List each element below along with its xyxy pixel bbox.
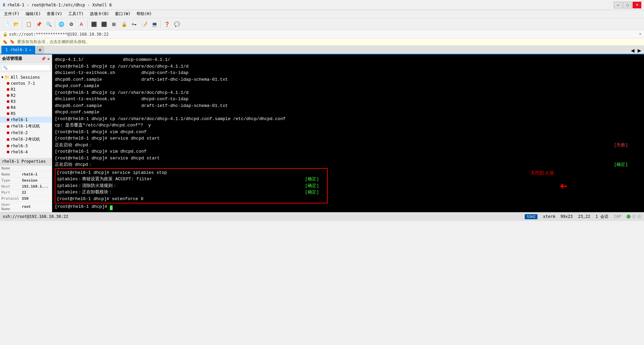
term-line-15: [root@rhel6-1 dhcp]# vim dhcpd.conf bbox=[55, 148, 641, 155]
toolbar: 📄 📂 📋 📌 🔍 🌐 ⚙ A ⬛ ⬛ ⊞ 🔒 🗝 📝 💻 ❓ 💬 bbox=[0, 18, 644, 30]
app-icon: X bbox=[3, 2, 5, 7]
sidebar-search-input[interactable] bbox=[1, 64, 50, 71]
paste-button[interactable]: 📌 bbox=[34, 20, 43, 29]
position-label: 23,22 bbox=[578, 214, 590, 219]
term-line-20: iptables：清除防火墙规则： bbox=[57, 183, 117, 189]
sidebar-item-r5[interactable]: R5 bbox=[0, 111, 52, 117]
stop-button[interactable]: ⬛ bbox=[89, 20, 98, 29]
sidebar-item-r2[interactable]: R2 bbox=[0, 92, 52, 99]
sidebar-item-r3[interactable]: R3 bbox=[0, 99, 52, 105]
menu-help[interactable]: 帮助(H) bbox=[134, 10, 155, 17]
layout-button[interactable]: ⊞ bbox=[109, 20, 119, 29]
sidebar-item-rhel64[interactable]: rhel6-4 bbox=[0, 149, 52, 155]
bookmark-icon: 🔖 bbox=[3, 40, 8, 44]
add-tab-button[interactable]: + bbox=[36, 46, 44, 54]
sidebar-header: 会话管理器 📌 ✕ bbox=[0, 54, 52, 63]
key-button[interactable]: 🗝 bbox=[129, 20, 139, 29]
chat-button[interactable]: 💬 bbox=[172, 20, 182, 29]
status-url: ssh://root@192.168.10.30:22 bbox=[3, 214, 68, 219]
all-sessions-header[interactable]: ▼ 📁 All Sessions bbox=[0, 74, 52, 80]
size-label: 99x23 bbox=[561, 214, 573, 219]
color-button[interactable]: A bbox=[77, 20, 86, 29]
menu-edit[interactable]: 编辑(E) bbox=[23, 10, 44, 17]
address-url: ssh://root:*************@192.168.10.30:2… bbox=[9, 32, 109, 37]
restore-button[interactable]: □ bbox=[623, 2, 632, 8]
sidebar-item-label: rhel6-1 bbox=[11, 117, 28, 122]
prop-row-host: Host 192.168.1... bbox=[0, 183, 52, 189]
properties-button[interactable]: ⚙ bbox=[67, 20, 76, 29]
help-button[interactable]: ❓ bbox=[162, 20, 171, 29]
sidebar-item-label: R4 bbox=[11, 105, 15, 110]
session-status-icon bbox=[7, 118, 9, 121]
prop-value: root bbox=[21, 201, 52, 212]
tab-bar: 1 rhel6-1 ✕ + ◀ ▶ bbox=[0, 46, 644, 54]
menu-tabs[interactable]: 选项卡(B) bbox=[87, 10, 112, 17]
term-fail-1: [失败] bbox=[614, 142, 628, 149]
prop-key: User Name bbox=[0, 201, 21, 212]
sidebar-item-label: rhel6-4 bbox=[11, 150, 28, 154]
connect-button[interactable]: 🌐 bbox=[56, 20, 66, 29]
record-button[interactable]: ⬛ bbox=[99, 20, 109, 29]
indicator-lights bbox=[627, 215, 641, 219]
sidebar-close-button[interactable]: ✕ bbox=[47, 56, 50, 61]
title-bar: X rhel6-1 - root@rhel6-1:/etc/dhcp - Xsh… bbox=[0, 0, 644, 10]
tab-rhel6-1[interactable]: 1 rhel6-1 ✕ bbox=[1, 46, 35, 54]
sidebar-item-rhel62[interactable]: rhel6-2 bbox=[0, 130, 52, 136]
minimize-button[interactable]: ─ bbox=[614, 2, 622, 8]
new-session-button[interactable]: 📄 bbox=[1, 20, 11, 29]
session-status-icon bbox=[7, 88, 9, 91]
sidebar-item-centos71[interactable]: centos 7-1 bbox=[0, 80, 52, 86]
term-line-11: cp: 是否覆盖"/etc/dhcp/dhcpd.conf"? y bbox=[55, 122, 641, 129]
session-status-icon bbox=[7, 145, 9, 147]
script-button[interactable]: 📝 bbox=[139, 20, 149, 29]
terminal[interactable]: dhcp-4.1.1/ dhcp-common-4.1.1/ [root@rhe… bbox=[52, 54, 644, 212]
prop-row-protocol: Protocol SSH bbox=[0, 195, 52, 201]
tip-bar: 🔖 🔖 要添加当前会话，点击左侧的箭头按钮。 bbox=[0, 38, 644, 46]
sidebar-tree: ▼ 📁 All Sessions centos 7-1 R1 R2 bbox=[0, 72, 52, 158]
tab-prev-button[interactable]: ◀ bbox=[629, 47, 636, 54]
menu-file[interactable]: 文件(F) bbox=[1, 10, 22, 17]
sidebar-item-label: R3 bbox=[11, 99, 15, 104]
title-bar-controls: ─ □ ✕ bbox=[614, 2, 641, 8]
menu-window[interactable]: 窗口(W) bbox=[112, 10, 133, 17]
indicator-gray-2 bbox=[637, 215, 641, 219]
find-button[interactable]: 🔍 bbox=[44, 20, 53, 29]
copy-button[interactable]: 📋 bbox=[24, 20, 33, 29]
monitor-button[interactable]: 💻 bbox=[150, 20, 159, 29]
sidebar-pin-button[interactable]: 📌 bbox=[41, 56, 46, 61]
session-status-icon bbox=[7, 131, 9, 134]
lock-button[interactable]: 🔒 bbox=[119, 20, 129, 29]
tab-close-icon[interactable]: ✕ bbox=[29, 48, 31, 52]
tab-nav-buttons: ◀ ▶ bbox=[628, 47, 644, 54]
prop-value: SSH bbox=[21, 195, 52, 201]
tab-next-button[interactable]: ▶ bbox=[636, 47, 643, 54]
properties-panel: rhel6-1 Properties Name Name rhel6-1 Typ… bbox=[0, 158, 52, 212]
sessions-label: 1 会话 bbox=[596, 214, 608, 220]
properties-title-text: rhel6-1 Properties bbox=[2, 159, 46, 164]
sidebar-item-rhel63[interactable]: rhel6-3 bbox=[0, 143, 52, 149]
sidebar-item-rhel61[interactable]: rhel6-1 bbox=[0, 117, 52, 123]
prop-key: Type bbox=[0, 177, 21, 183]
term-line-10: [root@rhel6-1 dhcp]# cp /usr/share/doc/d… bbox=[55, 116, 641, 122]
toolbar-separator-3 bbox=[87, 20, 88, 28]
prop-key: Port bbox=[0, 189, 21, 195]
prop-key: Protocol bbox=[0, 195, 21, 201]
sidebar-item-rhel61-exam[interactable]: rhel6-1考试机 bbox=[0, 123, 52, 130]
tab-label: 1 rhel6-1 bbox=[5, 47, 27, 52]
session-status-icon bbox=[7, 138, 9, 141]
term-line-6: [root@rhel6-1 dhcp]# cp /usr/share/doc/d… bbox=[55, 89, 641, 96]
sidebar-item-label: rhel6-2考试机 bbox=[11, 137, 40, 142]
address-expand-icon[interactable]: ▼ bbox=[639, 32, 641, 36]
menu-tools[interactable]: 工具(T) bbox=[66, 10, 86, 17]
menu-view[interactable]: 查看(V) bbox=[44, 10, 65, 17]
term-ok-2: [确定] bbox=[305, 176, 319, 183]
sidebar-item-rhel62-exam[interactable]: rhel6-2考试机 bbox=[0, 136, 52, 143]
term-line-18: [root@rhel6-1 dhcp]# service iptables st… bbox=[57, 169, 326, 176]
term-ok-3: [确定] bbox=[305, 183, 319, 189]
open-button[interactable]: 📂 bbox=[11, 20, 21, 29]
sidebar-item-r1[interactable]: R1 bbox=[0, 86, 52, 92]
prop-key: Name bbox=[0, 171, 21, 177]
sidebar-item-r4[interactable]: R4 bbox=[0, 105, 52, 111]
properties-title: rhel6-1 Properties bbox=[0, 158, 52, 165]
close-button[interactable]: ✕ bbox=[633, 2, 641, 8]
